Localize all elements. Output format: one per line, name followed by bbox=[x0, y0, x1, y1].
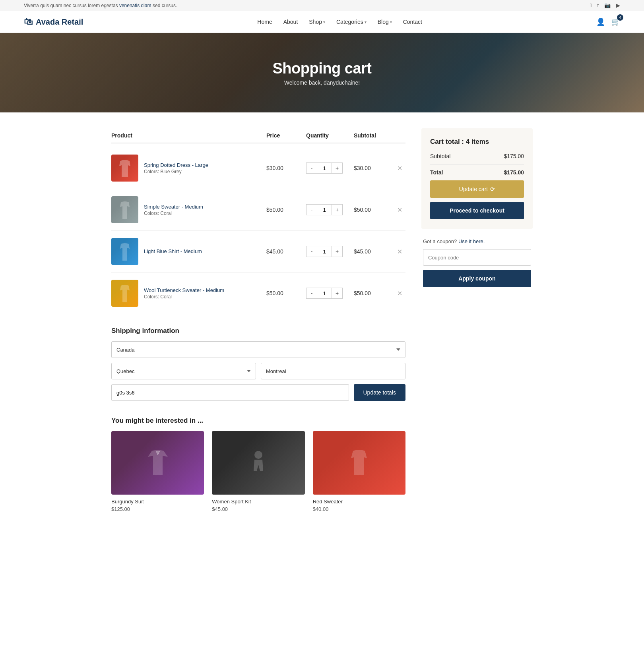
user-icon[interactable]: 👤 bbox=[596, 17, 605, 26]
product-name-3[interactable]: Light Blue Shirt - Medium bbox=[144, 248, 202, 254]
shipping-section: Shipping information Canada Quebec Updat… bbox=[111, 327, 405, 401]
logo[interactable]: 🛍 Avada Retail bbox=[24, 17, 83, 27]
qty-plus-2[interactable]: + bbox=[332, 204, 343, 215]
col-subtotal: Subtotal bbox=[354, 132, 394, 139]
cart-sidebar: Cart total : 4 items Subtotal $175.00 To… bbox=[421, 128, 533, 512]
product-subtotal-1: $30.00 bbox=[354, 165, 394, 171]
nav-blog[interactable]: Blog ▾ bbox=[378, 19, 392, 25]
header-actions: 👤 🛒 4 bbox=[596, 17, 620, 26]
subtotal-label: Subtotal bbox=[430, 153, 450, 159]
suggestions-section: You might be interested in ... Burgundy … bbox=[111, 417, 405, 512]
nav-about[interactable]: About bbox=[283, 19, 298, 25]
product-cell-2: Simple Sweater - Medium Colors: Coral bbox=[111, 196, 266, 223]
total-value: $175.00 bbox=[504, 169, 524, 176]
page-title: Shopping cart bbox=[273, 60, 372, 77]
product-info-3: Light Blue Shirt - Medium bbox=[144, 248, 202, 255]
cart-total-box: Cart total : 4 items Subtotal $175.00 To… bbox=[421, 128, 533, 229]
remove-item-1[interactable]: ✕ bbox=[394, 164, 405, 172]
subtotal-row: Subtotal $175.00 bbox=[430, 153, 524, 159]
qty-minus-3[interactable]: - bbox=[306, 246, 317, 257]
suggestion-price-1: $125.00 bbox=[111, 506, 204, 512]
product-image-3 bbox=[111, 238, 138, 265]
qty-control-2: - + bbox=[306, 204, 354, 215]
product-info-2: Simple Sweater - Medium Colors: Coral bbox=[144, 204, 203, 216]
suggestion-name-1[interactable]: Burgundy Suit bbox=[111, 499, 204, 505]
product-subtotal-3: $45.00 bbox=[354, 248, 394, 255]
suggestion-name-2[interactable]: Women Sport Kit bbox=[212, 499, 305, 505]
social-icons:  t 📷 ▶ bbox=[590, 2, 620, 8]
shipping-title: Shipping information bbox=[111, 327, 405, 335]
city-input[interactable] bbox=[261, 363, 405, 379]
table-row: Spring Dotted Dress - Large Colors: Blue… bbox=[111, 147, 405, 189]
remove-item-2[interactable]: ✕ bbox=[394, 206, 405, 214]
nav-shop[interactable]: Shop ▾ bbox=[309, 19, 325, 25]
cart-badge: 4 bbox=[617, 14, 623, 21]
suggestion-image-3[interactable] bbox=[313, 431, 405, 495]
cart-total-title: Cart total : 4 items bbox=[430, 138, 524, 146]
subtotal-value: $175.00 bbox=[504, 153, 524, 159]
coupon-link[interactable]: Use it here. bbox=[458, 238, 485, 244]
product-name-2[interactable]: Simple Sweater - Medium bbox=[144, 204, 203, 210]
province-select[interactable]: Quebec bbox=[111, 363, 256, 379]
cart-section: Product Price Quantity Subtotal Spring D… bbox=[111, 128, 405, 512]
update-cart-button[interactable]: Update cart ⟳ bbox=[430, 180, 524, 198]
coupon-input[interactable] bbox=[423, 249, 531, 266]
nav-home[interactable]: Home bbox=[257, 19, 272, 25]
product-variant-2: Colors: Coral bbox=[144, 211, 203, 216]
shop-dropdown-icon: ▾ bbox=[323, 20, 325, 24]
product-name-4[interactable]: Wool Turtleneck Sweater - Medium bbox=[144, 287, 224, 293]
youtube-icon[interactable]: ▶ bbox=[616, 2, 620, 8]
suggestion-1: Burgundy Suit $125.00 bbox=[111, 431, 204, 512]
shipping-province-row: Quebec bbox=[111, 363, 405, 379]
remove-item-3[interactable]: ✕ bbox=[394, 248, 405, 255]
qty-input-3[interactable] bbox=[317, 246, 332, 257]
coupon-section: Got a coupon? Use it here. Apply coupon bbox=[421, 238, 533, 287]
product-image-2 bbox=[111, 196, 138, 223]
blog-dropdown-icon: ▾ bbox=[390, 20, 392, 24]
qty-control-1: - + bbox=[306, 162, 354, 174]
hero-subtitle: Welcome back, danyduchaine! bbox=[284, 79, 360, 86]
col-price: Price bbox=[266, 132, 306, 139]
total-row: Total $175.00 bbox=[430, 164, 524, 176]
qty-minus-4[interactable]: - bbox=[306, 288, 317, 299]
facebook-icon[interactable]:  bbox=[590, 2, 592, 8]
qty-plus-4[interactable]: + bbox=[332, 288, 343, 299]
apply-coupon-button[interactable]: Apply coupon bbox=[423, 270, 531, 287]
top-bar: Viverra quis quam nec cursus lorem egest… bbox=[0, 0, 644, 11]
remove-item-4[interactable]: ✕ bbox=[394, 290, 405, 297]
product-price-3: $45.00 bbox=[266, 248, 306, 255]
product-image-1 bbox=[111, 155, 138, 182]
col-product: Product bbox=[111, 132, 266, 139]
suggestion-name-3[interactable]: Red Sweater bbox=[313, 499, 405, 505]
qty-input-4[interactable] bbox=[317, 288, 332, 299]
instagram-icon[interactable]: 📷 bbox=[604, 2, 611, 8]
nav-contact[interactable]: Contact bbox=[403, 19, 422, 25]
product-name-1[interactable]: Spring Dotted Dress - Large bbox=[144, 162, 208, 168]
product-variant-1: Colors: Blue Grey bbox=[144, 169, 208, 174]
qty-minus-1[interactable]: - bbox=[306, 162, 317, 174]
suggestions-grid: Burgundy Suit $125.00 Women Sport Kit $4… bbox=[111, 431, 405, 512]
postcode-row: Update totals bbox=[111, 384, 405, 401]
qty-input-1[interactable] bbox=[317, 162, 332, 174]
suggestion-price-3: $40.00 bbox=[313, 506, 405, 512]
product-info-1: Spring Dotted Dress - Large Colors: Blue… bbox=[144, 162, 208, 174]
postcode-input[interactable] bbox=[111, 384, 349, 401]
suggestion-image-2[interactable] bbox=[212, 431, 305, 495]
suggestion-image-1[interactable] bbox=[111, 431, 204, 495]
country-select[interactable]: Canada bbox=[111, 341, 405, 358]
announcement-link[interactable]: venenatis diam bbox=[119, 3, 151, 8]
nav-categories[interactable]: Categories ▾ bbox=[336, 19, 367, 25]
hero-banner: Shopping cart Welcome back, danyduchaine… bbox=[0, 33, 644, 112]
qty-control-3: - + bbox=[306, 246, 354, 257]
qty-minus-2[interactable]: - bbox=[306, 204, 317, 215]
twitter-icon[interactable]: t bbox=[597, 2, 599, 8]
update-totals-button[interactable]: Update totals bbox=[354, 384, 406, 401]
qty-plus-1[interactable]: + bbox=[332, 162, 343, 174]
qty-input-2[interactable] bbox=[317, 204, 332, 215]
qty-plus-3[interactable]: + bbox=[332, 246, 343, 257]
product-price-1: $30.00 bbox=[266, 165, 306, 171]
cart-icon[interactable]: 🛒 4 bbox=[611, 17, 620, 26]
checkout-button[interactable]: Proceed to checkout bbox=[430, 202, 524, 219]
main-nav: Home About Shop ▾ Categories ▾ Blog ▾ Co… bbox=[257, 19, 422, 25]
product-subtotal-2: $50.00 bbox=[354, 207, 394, 213]
